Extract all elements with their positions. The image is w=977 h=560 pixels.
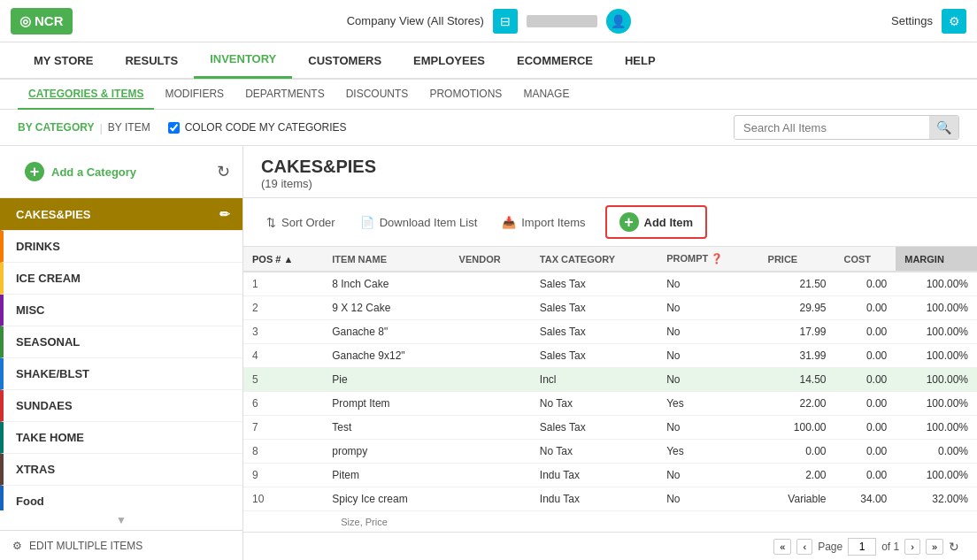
table-row[interactable]: 6 Prompt Item No Tax Yes 22.00 0.00 100.… [243,392,977,416]
nav-ecommerce[interactable]: ECOMMERCE [501,42,609,79]
sidebar-item-cakespies[interactable]: CAKES&PIES ✏ [0,198,242,231]
cat-label-sundaes: SUNDAES [16,399,73,412]
sidebar-item-seasonal[interactable]: SEASONAL [0,326,242,358]
panel-title: CAKES&PIES [261,157,959,177]
refresh-icon[interactable]: ↻ [217,162,230,181]
search-input[interactable] [735,117,929,139]
first-page-button[interactable]: « [773,539,791,555]
col-price[interactable]: PRICE [759,247,835,272]
subnav-categories-items[interactable]: CATEGORIES & ITEMS [18,80,154,110]
table-row[interactable]: Size, Price [243,511,977,533]
cell-tax: Sales Tax [531,344,658,368]
nav-results[interactable]: RESULTS [109,42,194,79]
page-number-input[interactable] [848,538,876,556]
cell-subrow: Size, Price [323,511,977,533]
edit-icon-cakespies[interactable]: ✏ [219,207,230,221]
sidebar-item-takehome[interactable]: TAKE HOME [0,422,242,454]
cell-price: 14.50 [759,368,835,392]
nav-inventory[interactable]: INVENTORY [194,42,292,79]
import-button[interactable]: 📥 Import Items [496,212,590,233]
prev-page-button[interactable]: ‹ [796,539,812,555]
table-row[interactable]: 2 9 X 12 Cake Sales Tax No 29.95 0.00 10… [243,296,977,320]
cell-margin: 100.00% [896,320,977,344]
subnav-manage[interactable]: MANAGE [512,80,580,110]
cell-price: 100.00 [759,416,835,440]
sidebar-item-sundaes[interactable]: SUNDAES [0,390,242,422]
cell-prompt: No [658,487,758,511]
col-vendor[interactable]: VENDOR [450,247,531,272]
sidebar-item-food[interactable]: Food [0,486,242,510]
col-tax[interactable]: TAX CATEGORY [531,247,658,272]
next-page-button[interactable]: › [904,539,920,555]
col-prompt[interactable]: PROMPT ❓ [658,247,758,272]
company-view-icon[interactable]: ⊟ [493,9,518,34]
nav-employees[interactable]: EMPLOYEES [397,42,501,79]
category-list: CAKES&PIES ✏ DRINKS ICE CREAM MISC SEASO… [0,198,242,510]
col-pos[interactable]: POS # ▲ [243,247,323,272]
cell-pos: 4 [243,344,323,368]
user-icon[interactable]: 👤 [606,9,631,34]
pagination-refresh-button[interactable]: ↻ [949,540,959,554]
table-row[interactable]: 8 prompy No Tax Yes 0.00 0.00 0.00% [243,440,977,464]
add-item-icon: + [619,212,639,232]
cell-pos: 1 [243,272,323,296]
nav-my-store[interactable]: MY STORE [18,42,109,79]
subnav-promotions[interactable]: PROMOTIONS [419,80,512,110]
add-category-icon: + [25,162,44,181]
cell-name: 8 Inch Cake [323,272,450,296]
edit-multiple-button[interactable]: ⚙ EDIT MULTIPLE ITEMS [0,530,242,560]
subnav-modifiers[interactable]: MODIFIERS [154,80,235,110]
sidebar-item-drinks[interactable]: DRINKS [0,231,242,263]
table-row[interactable]: 5 Pie Incl No 14.50 0.00 100.00% [243,368,977,392]
sidebar-item-shakeblst[interactable]: SHAKE/BLST [0,358,242,390]
table-row[interactable]: 4 Ganache 9x12" Sales Tax No 31.99 0.00 … [243,344,977,368]
col-item-name[interactable]: ITEM NAME [323,247,450,272]
download-button[interactable]: 📄 Download Item List [355,212,483,233]
sort-order-button[interactable]: ⇅ Sort Order [261,212,341,233]
cell-vendor [450,392,531,416]
cell-price: 2.00 [759,464,835,487]
by-category-toggle[interactable]: BY CATEGORY [18,121,94,134]
search-button[interactable]: 🔍 [929,116,958,139]
cell-tax: Sales Tax [531,272,658,296]
scroll-down-arrow: ▼ [116,514,127,526]
cell-cost: 0.00 [835,392,896,416]
table-header-row: POS # ▲ ITEM NAME VENDOR TAX CATEGORY PR… [243,247,977,272]
settings-label: Settings [891,14,933,27]
sidebar-item-xtras[interactable]: XTRAS [0,454,242,486]
table-row[interactable]: 7 Test Sales Tax No 100.00 0.00 100.00% [243,416,977,440]
color-code-checkbox[interactable] [168,122,180,134]
cat-label-food: Food [16,495,44,508]
cell-vendor [450,440,531,464]
cell-tax: No Tax [531,440,658,464]
by-item-toggle[interactable]: BY ITEM [108,121,150,134]
add-category-button[interactable]: + Add a Category [12,153,149,190]
subnav-departments[interactable]: DEPARTMENTS [235,80,335,110]
sidebar-item-misc[interactable]: MISC [0,295,242,326]
table-row[interactable]: 3 Ganache 8" Sales Tax No 17.99 0.00 100… [243,320,977,344]
table-row[interactable]: 10 Spicy Ice cream Indu Tax No Variable … [243,487,977,511]
cell-margin: 100.00% [896,296,977,320]
col-cost[interactable]: COST [835,247,896,272]
table-row[interactable]: 1 8 Inch Cake Sales Tax No 21.50 0.00 10… [243,272,977,296]
cell-vendor [450,416,531,440]
cell-price: 22.00 [759,392,835,416]
sort-order-icon: ⇅ [266,216,276,229]
table-row[interactable]: 9 Pitem Indu Tax No 2.00 0.00 100.00% [243,464,977,487]
cell-vendor [450,272,531,296]
col-margin[interactable]: MARGIN [896,247,977,272]
toolbar: BY CATEGORY | BY ITEM COLOR CODE MY CATE… [0,110,977,146]
sidebar-item-icecream[interactable]: ICE CREAM [0,263,242,295]
cell-margin: 100.00% [896,272,977,296]
subnav-discounts[interactable]: DISCOUNTS [335,80,419,110]
last-page-button[interactable]: » [926,539,943,555]
cell-price: 29.95 [759,296,835,320]
add-item-button[interactable]: + Add Item [605,205,708,239]
nav-help[interactable]: HELP [609,42,672,79]
cell-pos: 8 [243,440,323,464]
nav-customers[interactable]: CUSTOMERS [292,42,397,79]
ncr-logo: ◎ NCR [11,8,73,35]
of-label: of 1 [881,541,899,553]
settings-icon[interactable]: ⚙ [942,9,966,34]
cell-prompt: No [658,344,758,368]
